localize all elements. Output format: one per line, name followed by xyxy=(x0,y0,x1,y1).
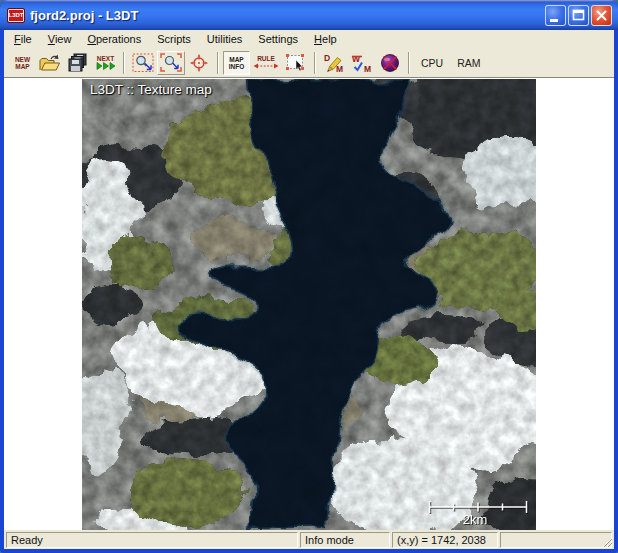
title-bar[interactable]: L3DT fjord2.proj - L3DT xyxy=(0,0,618,30)
crosshair-icon xyxy=(188,53,210,73)
map-info-button[interactable]: MAP INFO xyxy=(223,51,250,75)
cpu-label: CPU xyxy=(417,57,447,69)
menu-operations[interactable]: Operations xyxy=(79,31,149,48)
crosshair-button[interactable] xyxy=(185,51,213,75)
design-map-button[interactable]: D M xyxy=(320,51,348,75)
menu-scripts[interactable]: Scripts xyxy=(149,31,199,48)
menu-file[interactable]: File xyxy=(6,31,40,48)
l3dt-logo-icon: L3DT xyxy=(7,8,25,23)
svg-text:D: D xyxy=(324,53,330,63)
sapphire-3d-button[interactable] xyxy=(376,51,404,75)
water-map-button[interactable]: W M xyxy=(348,51,376,75)
select-region-button[interactable] xyxy=(282,51,310,75)
window-body: File View Operations Scripts Utilities S… xyxy=(4,30,614,549)
resize-grip-icon[interactable] xyxy=(600,535,613,548)
next-arrows-icon xyxy=(96,62,116,70)
next-step-button[interactable]: NEXT xyxy=(92,51,119,75)
zoom-region-button[interactable] xyxy=(157,51,185,75)
window-title: fjord2.proj - L3DT xyxy=(30,8,545,23)
scale-label: 2km xyxy=(428,512,522,527)
water-map-check-icon: W M xyxy=(351,53,373,73)
zoom-extents-icon xyxy=(132,53,154,73)
status-message: Ready xyxy=(6,532,298,548)
l3dt-window: L3DT fjord2.proj - L3DT xyxy=(0,0,618,553)
minimize-button[interactable] xyxy=(545,5,566,26)
ruler-icon xyxy=(253,62,279,70)
minimize-icon xyxy=(546,6,565,25)
terrain-render xyxy=(82,79,536,531)
maximize-button[interactable] xyxy=(568,5,589,26)
status-bar: Ready Info mode (x,y) = 1742, 2038 xyxy=(4,530,614,549)
ruler-button[interactable]: RULE xyxy=(250,51,282,75)
toolbar-separator xyxy=(408,52,410,74)
maximize-icon xyxy=(569,6,588,25)
scale-bar: 2km xyxy=(428,499,530,529)
svg-text:M: M xyxy=(364,64,371,73)
new-map-button[interactable]: NEW MAP xyxy=(9,51,36,75)
status-extra xyxy=(500,532,612,548)
select-region-icon xyxy=(285,53,307,73)
toolbar-separator xyxy=(123,52,125,74)
menu-help[interactable]: Help xyxy=(306,31,345,48)
menu-view[interactable]: View xyxy=(40,31,80,48)
menu-settings[interactable]: Settings xyxy=(250,31,306,48)
toolbar-separator xyxy=(314,52,316,74)
menu-utilities[interactable]: Utilities xyxy=(199,31,250,48)
map-overlay-title: L3DT :: Texture map xyxy=(90,82,212,97)
texture-map-view[interactable]: L3DT :: Texture map 2km xyxy=(82,79,536,531)
zoom-region-icon xyxy=(160,53,182,73)
new-map-icon: NEW xyxy=(15,56,30,63)
map-info-icon: MAP xyxy=(229,56,243,63)
status-mode: Info mode xyxy=(300,532,390,548)
tool-bar: NEW MAP xyxy=(4,48,614,77)
status-coords: (x,y) = 1742, 2038 xyxy=(392,532,498,548)
zoom-extents-button[interactable] xyxy=(129,51,157,75)
sapphire-3d-icon xyxy=(379,53,401,73)
menu-bar: File View Operations Scripts Utilities S… xyxy=(4,30,614,48)
open-folder-icon xyxy=(39,53,61,73)
close-icon xyxy=(592,6,611,25)
open-project-button[interactable] xyxy=(36,51,64,75)
close-button[interactable] xyxy=(591,5,612,26)
ram-label: RAM xyxy=(453,57,484,69)
design-map-pencil-icon: D M xyxy=(323,53,345,73)
save-all-button[interactable] xyxy=(64,51,92,75)
svg-text:W: W xyxy=(352,54,361,64)
ram-meter-button[interactable]: RAM xyxy=(450,51,487,75)
cpu-meter-button[interactable]: CPU xyxy=(414,51,450,75)
save-stack-icon xyxy=(67,53,89,73)
map-client-area: L3DT :: Texture map 2km xyxy=(4,77,614,530)
toolbar-separator xyxy=(217,52,219,74)
